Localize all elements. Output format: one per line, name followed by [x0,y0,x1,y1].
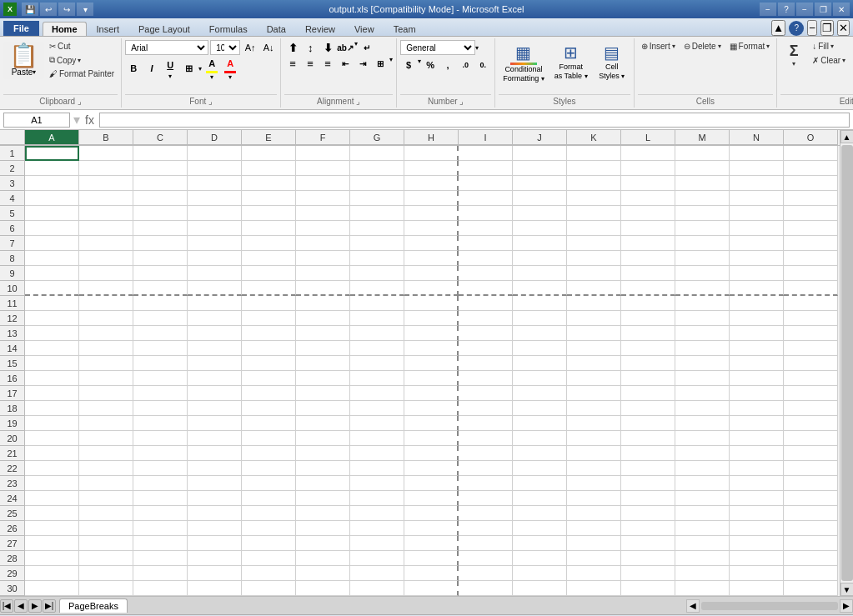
tab-page-layout[interactable]: Page Layout [129,22,199,36]
cell-G28[interactable] [350,551,404,566]
cell-H25[interactable] [404,506,459,521]
font-color-button[interactable]: A [222,56,238,71]
cell-N5[interactable] [730,206,784,221]
col-header-N[interactable]: N [730,130,784,145]
cell-C30[interactable] [133,581,188,596]
cell-K12[interactable] [567,311,621,326]
cell-I30[interactable] [459,581,513,596]
cell-H21[interactable] [404,446,459,461]
cell-D13[interactable] [188,326,242,341]
col-header-H[interactable]: H [404,130,459,145]
cell-F22[interactable] [296,461,350,476]
cell-N10[interactable] [730,281,784,296]
row-num-2[interactable]: 2 [0,161,25,176]
cell-J13[interactable] [513,326,567,341]
cell-F29[interactable] [296,566,350,581]
cell-L13[interactable] [621,326,675,341]
cell-I10[interactable] [459,281,513,296]
cut-button[interactable]: ✂ Cut [46,40,118,53]
tab-review[interactable]: Review [296,22,344,36]
sum-btn[interactable]: Σ ▾ [780,40,807,70]
cell-B1[interactable] [79,146,133,161]
cell-D22[interactable] [188,461,242,476]
cell-K1[interactable] [567,146,621,161]
cell-B5[interactable] [79,206,133,221]
cell-D27[interactable] [188,536,242,551]
cell-J2[interactable] [513,161,567,176]
cell-I20[interactable] [459,431,513,446]
cell-L19[interactable] [621,416,675,431]
format-as-table-btn[interactable]: ⊞ Formatas Table ▾ [550,40,592,86]
cell-J12[interactable] [513,311,567,326]
cell-A11[interactable] [25,296,79,311]
cell-I27[interactable] [459,536,513,551]
col-header-K[interactable]: K [567,130,621,145]
cell-J5[interactable] [513,206,567,221]
cell-C23[interactable] [133,476,188,491]
cell-D26[interactable] [188,521,242,536]
cell-K7[interactable] [567,236,621,251]
cell-M14[interactable] [675,341,730,356]
cell-F19[interactable] [296,416,350,431]
cell-O6[interactable] [784,221,838,236]
sheet-nav-last[interactable]: ▶| [43,599,56,613]
cell-L18[interactable] [621,401,675,416]
sheet-nav-prev[interactable]: ◀ [14,599,28,613]
cell-G5[interactable] [350,206,404,221]
cell-M28[interactable] [675,551,730,566]
cell-L27[interactable] [621,536,675,551]
cell-J6[interactable] [513,221,567,236]
cell-O17[interactable] [784,386,838,401]
cell-N9[interactable] [730,266,784,281]
cell-N12[interactable] [730,311,784,326]
cell-I5[interactable] [459,206,513,221]
cell-D7[interactable] [188,236,242,251]
cell-O12[interactable] [784,311,838,326]
cell-F20[interactable] [296,431,350,446]
cell-J17[interactable] [513,386,567,401]
cell-K13[interactable] [567,326,621,341]
cell-K16[interactable] [567,371,621,386]
cell-C12[interactable] [133,311,188,326]
cell-A26[interactable] [25,521,79,536]
cell-O29[interactable] [784,566,838,581]
cell-F28[interactable] [296,551,350,566]
cell-N20[interactable] [730,431,784,446]
border-button[interactable]: ⊞ [180,61,197,76]
cell-B21[interactable] [79,446,133,461]
cell-O15[interactable] [784,356,838,371]
cell-K18[interactable] [567,401,621,416]
tab-insert[interactable]: Insert [88,22,129,36]
cell-G7[interactable] [350,236,404,251]
cell-J22[interactable] [513,461,567,476]
cell-B11[interactable] [79,296,133,311]
cell-H20[interactable] [404,431,459,446]
app-minimize-btn[interactable]: − [796,3,813,16]
cell-A19[interactable] [25,416,79,431]
cell-O10[interactable] [784,281,838,296]
cell-O9[interactable] [784,266,838,281]
cell-A13[interactable] [25,326,79,341]
increase-decimal-btn[interactable]: .0 [457,58,474,73]
cell-L29[interactable] [621,566,675,581]
row-num-19[interactable]: 19 [0,416,25,431]
cell-A8[interactable] [25,251,79,266]
cell-E29[interactable] [242,566,296,581]
cell-B13[interactable] [79,326,133,341]
cell-H23[interactable] [404,476,459,491]
cell-F5[interactable] [296,206,350,221]
cell-N25[interactable] [730,506,784,521]
cell-A25[interactable] [25,506,79,521]
cell-J3[interactable] [513,176,567,191]
sheet-nav-next[interactable]: ▶ [28,599,42,613]
cell-A17[interactable] [25,386,79,401]
cell-L4[interactable] [621,191,675,206]
cell-H11[interactable] [404,296,459,311]
cell-E9[interactable] [242,266,296,281]
cell-G12[interactable] [350,311,404,326]
row-num-18[interactable]: 18 [0,401,25,416]
cell-E1[interactable] [242,146,296,161]
cell-F17[interactable] [296,386,350,401]
cell-L10[interactable] [621,281,675,296]
cell-A28[interactable] [25,551,79,566]
